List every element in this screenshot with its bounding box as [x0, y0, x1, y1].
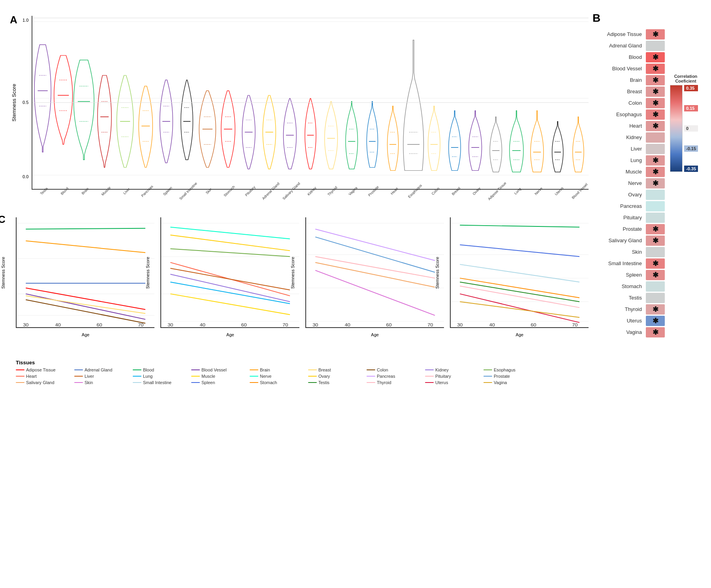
heatmap-tissue-label: Adrenal Gland	[592, 43, 644, 49]
legend-color-swatch	[250, 382, 258, 383]
legend-title: Correlation Coeficient	[670, 74, 702, 83]
legend-color-swatch	[191, 369, 200, 371]
legend-item: Ovary	[308, 374, 359, 379]
legend-tissue-name: Heart	[26, 374, 37, 379]
legend-color-swatch	[133, 382, 141, 383]
heatmap-tissue-label: Small Intestine	[592, 260, 644, 266]
svg-text:30: 30	[457, 322, 463, 327]
legend-val-035: 0.35	[684, 85, 698, 91]
svg-text:60: 60	[530, 322, 536, 327]
chart1-y-label: Stemness Score	[1, 217, 6, 328]
legend-item: Thyroid	[367, 380, 418, 385]
heatmap-row: Breast✱	[592, 86, 665, 97]
legend-tissue-name: Adipose Tissue	[26, 368, 56, 372]
legend-color-swatch	[308, 382, 317, 383]
heatmap-row: Adipose Tissue✱	[592, 28, 665, 40]
heatmap-cell	[646, 293, 665, 303]
heatmap-tissue-label: Muscle	[592, 169, 644, 175]
svg-line-153	[460, 278, 579, 298]
legend-color-swatch	[74, 382, 83, 383]
heatmap-tissue-label: Heart	[592, 123, 644, 129]
svg-line-154	[460, 282, 579, 302]
heatmap-tissue-label: Colon	[592, 100, 644, 106]
legend-item: Muscle	[191, 374, 243, 379]
legend-tissue-name: Uterus	[435, 380, 448, 385]
heatmap-cell: ✱	[646, 236, 665, 246]
significance-star: ✱	[653, 53, 658, 62]
heatmap-tissue-label: Pituitary	[592, 215, 644, 220]
y-tick-00: 0.0	[23, 174, 28, 179]
significance-star: ✱	[653, 122, 658, 130]
significance-star: ✱	[653, 168, 658, 176]
legend-tissue-name: Muscle	[201, 374, 215, 379]
legend-color-swatch	[16, 376, 24, 377]
svg-line-156	[460, 294, 579, 322]
heatmap-row: Muscle✱	[592, 166, 665, 177]
legend-item: Blood Vessel	[191, 368, 243, 372]
legend-color-swatch	[425, 382, 434, 383]
svg-text:40: 40	[344, 322, 350, 327]
heatmap-cell: ✱	[646, 64, 665, 74]
heatmap: Adipose Tissue✱Adrenal GlandBlood✱Blood …	[592, 28, 665, 338]
chart1-area: 0.5 0.4 0.3 0.2	[16, 217, 154, 328]
legend-tissue-name: Spleen	[201, 380, 215, 385]
legend-val-neg015: -0.15	[684, 145, 698, 152]
legend-tissue-name: Brain	[260, 368, 270, 372]
legend-item: Lung	[133, 374, 184, 379]
legend-color-swatch	[308, 369, 317, 371]
chart2-x-label: Age	[161, 332, 299, 337]
legend-color-swatch	[250, 376, 258, 377]
significance-star: ✱	[653, 305, 658, 314]
legend-bar-row: 0.35 0.15 0 -0.15 -0.35	[670, 85, 702, 172]
line-chart-1: Stemness Score 0.5 0.4 0.3 0.2	[16, 217, 154, 344]
heatmap-cell: ✱	[646, 178, 665, 188]
chart3-x-label: Age	[306, 332, 444, 337]
legend-tissue-name: Liver	[85, 374, 94, 379]
legend-color-swatch	[367, 382, 375, 383]
significance-star: ✱	[653, 76, 658, 85]
significance-star: ✱	[653, 30, 658, 39]
legend-color-swatch	[250, 369, 258, 371]
significance-star: ✱	[653, 64, 658, 73]
heatmap-row: Liver	[592, 143, 665, 155]
chart4-area: 0.5 0.4 0.3 0.2 0.1	[450, 217, 589, 328]
color-legend: Correlation Coeficient 0.35 0.15 0 -0.15…	[670, 74, 702, 338]
legend-tissue-name: Nerve	[260, 374, 271, 379]
svg-text:70: 70	[138, 322, 144, 327]
legend-val-neg035: -0.35	[684, 166, 698, 172]
legend-item: Liver	[74, 374, 126, 379]
heatmap-row: Skin	[592, 246, 665, 258]
significance-star: ✱	[653, 259, 658, 268]
legend-section: Tissues Adipose TissueAdrenal GlandBlood…	[16, 360, 589, 385]
y-tick-10: 1.0	[23, 18, 28, 23]
chart1-x-label: Age	[17, 332, 154, 337]
heatmap-cell	[646, 132, 665, 143]
line-charts-row: Stemness Score 0.5 0.4 0.3 0.2	[16, 217, 589, 344]
heatmap-tissue-label: Kidney	[592, 134, 644, 140]
svg-text:70: 70	[572, 322, 578, 327]
heatmap-cell	[646, 247, 665, 257]
svg-text:30: 30	[312, 322, 318, 327]
significance-star: ✱	[653, 317, 658, 325]
legend-item: Adipose Tissue	[16, 368, 67, 372]
legend-item: Small Intestine	[133, 380, 184, 385]
legend-color-swatch	[74, 369, 83, 371]
violin-chart-area: 1.0 0.5 0.0	[32, 16, 589, 190]
svg-line-118	[171, 294, 290, 315]
heatmap-row: Lung✱	[592, 155, 665, 166]
violin-plots-svg	[32, 18, 589, 179]
heatmap-tissue-label: Uterus	[592, 318, 644, 324]
heatmap-cell	[646, 190, 665, 200]
significance-star: ✱	[653, 87, 658, 96]
chart2-svg: 0.4 0.3 0.2 0.1	[161, 217, 299, 327]
legend-tissue-name: Kidney	[435, 368, 449, 372]
chart2-y-label: Stemness Score	[145, 217, 150, 328]
significance-star: ✱	[653, 328, 658, 337]
heatmap-cell	[646, 201, 665, 211]
line-chart-2: Stemness Score 0.4 0.3 0.2 0.1	[160, 217, 299, 344]
legend-item: Blood	[133, 368, 184, 372]
heatmap-row: Testis	[592, 292, 665, 303]
legend-items: Adipose TissueAdrenal GlandBloodBlood Ve…	[16, 368, 589, 385]
legend-item: Nerve	[250, 374, 301, 379]
left-panel: A Stemness Score 1.0 0.5 0.0	[8, 8, 589, 580]
